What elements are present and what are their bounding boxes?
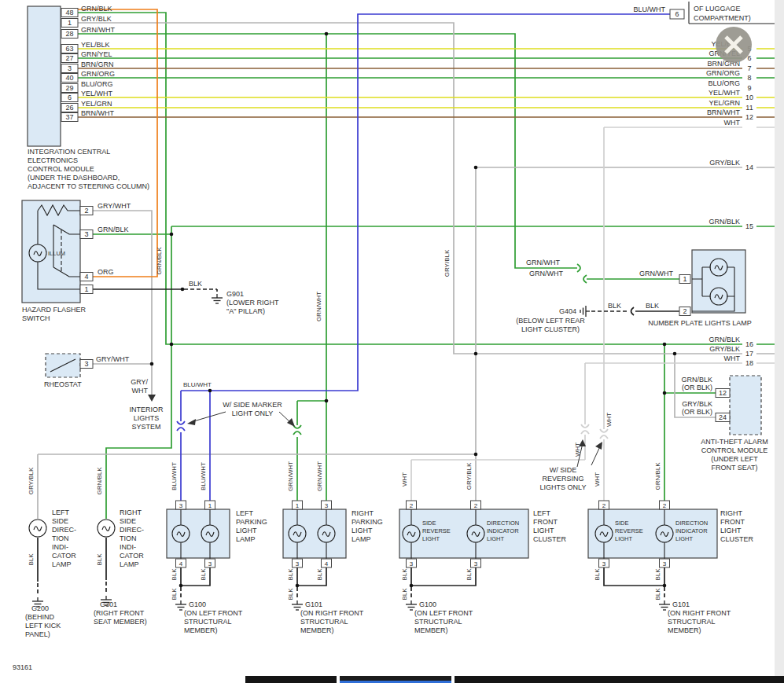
pin-number: 12: [719, 389, 727, 397]
wire-label: GRN/BLK(OR BLK): [681, 376, 712, 391]
pin-number: 15: [745, 222, 753, 230]
ground-label: G100: [419, 600, 436, 608]
wire-label: BLK: [466, 568, 473, 581]
ground-location: (RIGHT FRONTSEAT MEMBER): [94, 609, 147, 626]
wire-label: BRN/WHT: [707, 108, 740, 116]
wire-label: BLK: [654, 588, 661, 600]
wire-label: GRN/WHT: [315, 292, 322, 321]
pin-number: 4: [84, 273, 88, 281]
pin-number: 63: [65, 45, 73, 53]
pin-number: 9: [747, 84, 751, 92]
pin-number: 11: [745, 104, 753, 112]
wire-label: BLK: [28, 553, 35, 566]
wire-label: BLK: [654, 568, 661, 581]
wire-label: BRN/GRN: [81, 61, 114, 68]
wire-label: GRY/BLK(OR BLK): [682, 400, 712, 416]
wire-label: BLU/ORG: [81, 80, 113, 88]
page-background: [0, 0, 784, 683]
wire-label: GRN/BLK: [709, 336, 740, 343]
wire-label: BLU/WHT: [183, 381, 212, 388]
component-label: NUMBER PLATE LIGHTS LAMP: [648, 319, 751, 327]
pin-number: 3: [68, 64, 72, 72]
wire-label: BLU/WHT: [634, 6, 666, 13]
pin-number: 17: [745, 350, 753, 358]
pin-number: 1: [208, 502, 212, 509]
pin-number: 1: [84, 285, 88, 293]
wire-label: ORG: [98, 268, 114, 276]
wire-label: GRN/BLK: [81, 5, 112, 13]
wire-label: GRN/WHT: [526, 259, 560, 266]
pin-number: 24: [719, 413, 727, 421]
wire-label: GRN/WHT: [639, 270, 673, 277]
wire-label: YEL/WHT: [709, 89, 741, 97]
wire-label: BLK: [287, 588, 294, 600]
pin-number: 4: [325, 560, 329, 567]
wire-label: GRN/WHT: [287, 461, 294, 491]
wire-label: GRN/BLK: [96, 467, 103, 495]
wire-label: BLK: [171, 568, 178, 581]
pin-number: 40: [65, 74, 73, 82]
pin-number: 2: [410, 502, 414, 509]
wire-label: BLK: [189, 280, 202, 288]
pin-number: 29: [65, 84, 73, 92]
taskbar[interactable]: [245, 676, 784, 683]
pin-number: 3: [208, 560, 212, 567]
pin-number: 3: [663, 560, 667, 567]
wire-label: GRY/BLK: [81, 15, 112, 23]
ground-location: (BELOW LEFT REARLIGHT CLUSTER): [516, 317, 585, 333]
pin-number: 10: [745, 94, 753, 101]
wire-label: BLU/WHT: [200, 462, 207, 490]
wire-label: GRY/BLK: [28, 467, 35, 494]
pin-number: 1: [68, 19, 72, 27]
icecm-box: [28, 6, 61, 146]
wire-label: BLK: [608, 302, 621, 310]
wire-label: BLK: [646, 302, 659, 310]
pin-number: 2: [84, 207, 88, 215]
wire-label: GRY/WHT: [96, 355, 130, 363]
wire-label: YEL/WHT: [81, 90, 113, 97]
wire-label: WHT: [724, 119, 741, 127]
pin-number: 3: [602, 560, 606, 567]
pin-number: 28: [65, 30, 73, 38]
pin-number: 12: [745, 113, 753, 121]
wire-label: GRN/BLK: [709, 218, 740, 226]
ground-label: G404: [559, 307, 576, 315]
close-button[interactable]: [716, 27, 752, 63]
wire-label: GRN/BLK: [654, 462, 661, 490]
pin-number: 14: [745, 163, 753, 171]
wire-label: BLK: [401, 588, 408, 600]
wire-label: GRN/WHT: [316, 461, 323, 491]
pin-number: 16: [745, 340, 753, 348]
wire-label: GRY/BLK: [709, 159, 740, 167]
illum-label: ILLUM: [48, 250, 65, 257]
anti-theft-box: [730, 376, 761, 435]
wire-label: GRN/BLK: [98, 226, 129, 233]
wire-label: YEL/BLK: [81, 41, 110, 49]
wire-label: YEL/GRN: [81, 100, 112, 108]
pin-number: 6: [68, 94, 72, 101]
ground-label: G901: [226, 290, 244, 298]
pin-number: 48: [65, 9, 73, 17]
wire-label: GRN/ORG: [706, 69, 740, 77]
wire-label: WHT: [605, 413, 613, 427]
pin-number: 7: [747, 64, 751, 72]
diagram-viewer: 48 1 28 63 27 3 40 29 6 26 37 GRN/BLK GR…: [0, 0, 784, 683]
wire-label: WHT: [401, 472, 408, 487]
pin-number: 2: [683, 307, 686, 315]
pin-number: 3: [474, 560, 478, 567]
wire-label: GRY/BLK: [466, 462, 473, 490]
wire-label: GRN/WHT: [81, 26, 115, 34]
wire-label: BLK: [96, 553, 103, 566]
number-plate-lamp-box: [692, 250, 745, 313]
wiring-diagram: 48 1 28 63 27 3 40 29 6 26 37 GRN/BLK GR…: [0, 0, 784, 683]
wire-label: BLU/WHT: [171, 462, 178, 490]
wire-label: GRY/WHT: [131, 378, 148, 395]
wire-label: WHT: [724, 354, 741, 362]
wire-label: GRY/BLK: [444, 249, 451, 277]
diagram-id: 93161: [13, 663, 32, 671]
pin-number: 4: [179, 560, 183, 567]
wire-label: GRN/ORG: [81, 70, 115, 78]
ground-label: G100: [189, 600, 206, 608]
wire-label: BLK: [594, 568, 601, 581]
pin-number: 3: [296, 560, 300, 567]
